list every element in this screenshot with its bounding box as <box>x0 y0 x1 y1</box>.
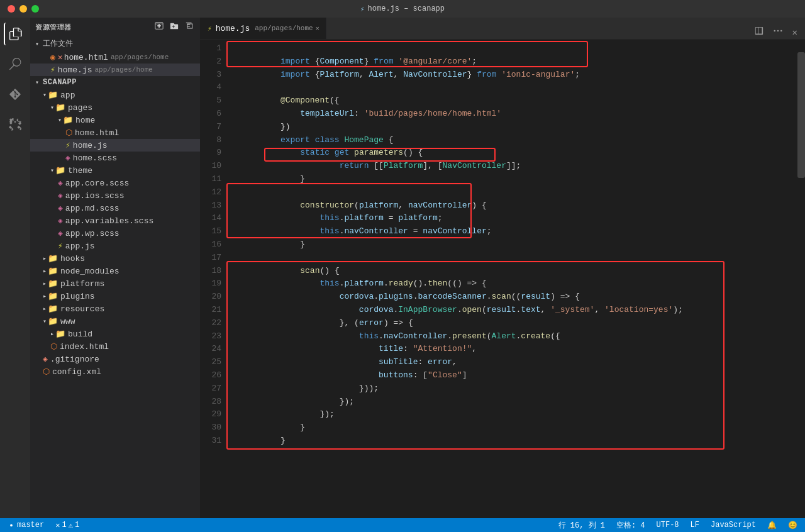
titlebar: ⚡ home.js – scanapp <box>0 0 805 18</box>
tree-item-appvarsscss[interactable]: ◈ app.variables.scss <box>30 214 200 227</box>
folder-icon: 📁 <box>55 329 65 339</box>
activity-search[interactable] <box>4 53 26 75</box>
scrollbar-thumb[interactable] <box>797 52 805 178</box>
item-label: home.scss <box>73 153 117 163</box>
activity-git[interactable] <box>4 83 26 106</box>
new-folder-icon[interactable] <box>169 20 180 34</box>
sidebar-title: 资源管理器 <box>35 23 72 32</box>
minimize-button[interactable] <box>19 5 27 13</box>
code-line-6: }) <box>231 108 797 121</box>
code-line-5: templateUrl: 'build/pages/home/home.html… <box>231 94 797 108</box>
window-controls[interactable] <box>8 5 39 13</box>
chevron-down-icon: ▾ <box>58 116 62 124</box>
item-label: app.variables.scss <box>65 216 153 226</box>
status-smiley[interactable]: 😊 <box>786 521 800 530</box>
sidebar-toolbar-icons <box>153 20 195 34</box>
maximize-button[interactable] <box>31 5 39 13</box>
scrollbar-track[interactable] <box>797 40 805 518</box>
item-label: app.wp.scss <box>65 229 119 238</box>
tree-item-homescss[interactable]: ◈ home.scss <box>30 152 200 164</box>
item-label: app.ios.scss <box>65 191 125 201</box>
code-line-29: } <box>231 408 797 421</box>
tab-homejs[interactable]: ⚡ home.js app/pages/home ✕ <box>200 18 326 39</box>
tree-item-appjs[interactable]: ⚡ app.js <box>30 240 200 252</box>
tree-item-appiosscss[interactable]: ◈ app.ios.scss <box>30 189 200 202</box>
code-line-31 <box>231 435 797 448</box>
scss-icon: ◈ <box>58 178 63 188</box>
collapse-icon[interactable] <box>184 20 195 34</box>
tree-item-www[interactable]: ▾ 📁 www <box>30 315 200 328</box>
code-editor[interactable]: 1 2 3 4 5 6 7 8 9 10 11 12 13 14 15 16 1… <box>200 40 805 518</box>
html-file-icon: ◉ <box>50 52 55 62</box>
more-actions-icon[interactable] <box>771 25 785 39</box>
tree-item-appwpscss[interactable]: ◈ app.wp.scss <box>30 227 200 240</box>
status-spaces[interactable]: 空格: 4 <box>614 520 648 531</box>
status-language[interactable]: JavaScript <box>708 521 758 529</box>
code-line-9: return [[Platform], [NavController]]; <box>231 147 797 160</box>
tree-item-homehtml[interactable]: ⬡ home.html <box>30 126 200 139</box>
tab-close-button[interactable]: ✕ <box>313 23 323 33</box>
html-icon: ⬡ <box>65 128 72 138</box>
editor-toolbar: ✕ <box>747 25 805 39</box>
scanapp-root[interactable]: ▾ SCANAPP <box>30 76 200 89</box>
tree-item-pages[interactable]: ▾ 📁 pages <box>30 101 200 114</box>
folder-icon: 📁 <box>63 115 73 125</box>
new-file-icon[interactable] <box>153 20 165 34</box>
tree-item-plugins[interactable]: ▸ 📁 plugins <box>30 290 200 302</box>
working-files-section[interactable]: ▾ 工作文件 <box>30 36 200 51</box>
root-label: SCANAPP <box>43 78 77 87</box>
tree-item-hooks[interactable]: ▸ 📁 hooks <box>30 252 200 265</box>
eol-text: LF <box>691 521 699 529</box>
chevron-down-icon: ▾ <box>50 104 54 111</box>
activity-extensions[interactable] <box>4 113 26 136</box>
code-line-20: cordova.InAppBrowser.open(result.text, '… <box>231 291 797 304</box>
close-editor-icon[interactable]: ✕ <box>790 26 800 39</box>
folder-icon: 📁 <box>48 90 58 100</box>
sidebar-item-homehtml[interactable]: ◉ ✕ home.html app/pages/home <box>30 51 200 64</box>
status-eol[interactable]: LF <box>688 521 702 529</box>
tree-item-home[interactable]: ▾ 📁 home <box>30 114 200 126</box>
tree-item-platforms[interactable]: ▸ 📁 platforms <box>30 277 200 290</box>
activity-files[interactable] <box>4 23 26 45</box>
tree-item-appcorescss[interactable]: ◈ app.core.scss <box>30 177 200 189</box>
chevron-down-icon: ▾ <box>43 318 47 325</box>
code-line-15: } <box>231 225 797 238</box>
chevron-right-icon: ▸ <box>43 280 47 287</box>
tree-item-build[interactable]: ▸ 📁 build <box>30 328 200 340</box>
scss-icon: ◈ <box>58 191 63 201</box>
code-content[interactable]: import {Component} from '@angular/core';… <box>226 40 797 518</box>
tree-item-homejs[interactable]: ⚡ home.js <box>30 139 200 152</box>
split-editor-icon[interactable] <box>752 25 766 39</box>
folder-icon: 📁 <box>48 253 58 263</box>
code-line-2: import {Platform, Alert, NavController} … <box>231 55 797 69</box>
tree-item-configxml[interactable]: ⬡ config.xml <box>30 365 200 378</box>
folder-icon: 📁 <box>55 165 65 175</box>
git-branch: master <box>17 521 44 529</box>
js-icon: ⚡ <box>58 241 63 251</box>
tree-item-app[interactable]: ▾ 📁 app <box>30 89 200 101</box>
status-git[interactable]: master <box>5 521 47 529</box>
line-numbers: 1 2 3 4 5 6 7 8 9 10 11 12 13 14 15 16 1… <box>200 40 226 518</box>
tab-bar: ⚡ home.js app/pages/home ✕ ✕ <box>200 18 805 40</box>
html-icon: ⬡ <box>50 341 57 352</box>
status-encoding[interactable]: UTF-8 <box>654 521 682 529</box>
tree-item-indexhtml[interactable]: ⬡ index.html <box>30 340 200 353</box>
status-notifications[interactable]: 🔔 <box>765 521 779 530</box>
status-errors[interactable]: ✕ 1 ⚠ 1 <box>53 521 82 530</box>
filename: home.html <box>64 53 108 62</box>
tree-item-nodemodules[interactable]: ▸ 📁 node_modules <box>30 265 200 277</box>
activity-bar <box>0 18 30 518</box>
status-line-col[interactable]: 行 16, 列 1 <box>556 520 608 531</box>
folder-icon: 📁 <box>48 304 58 314</box>
tree-item-gitignore[interactable]: ◈ .gitignore <box>30 353 200 365</box>
code-line-16 <box>231 238 797 252</box>
sidebar-item-homejs[interactable]: ⚡ home.js app/pages/home <box>30 64 200 76</box>
close-button[interactable] <box>8 5 15 13</box>
tree-item-theme[interactable]: ▾ 📁 theme <box>30 164 200 177</box>
tree-item-appmdscss[interactable]: ◈ app.md.scss <box>30 202 200 214</box>
tree-item-resources[interactable]: ▸ 📁 resources <box>30 302 200 315</box>
warning-count: 1 <box>75 521 79 529</box>
code-line-10: } <box>231 160 797 173</box>
bell-icon: 🔔 <box>767 521 777 530</box>
code-line-25: buttons: ["Close"] <box>231 356 797 369</box>
